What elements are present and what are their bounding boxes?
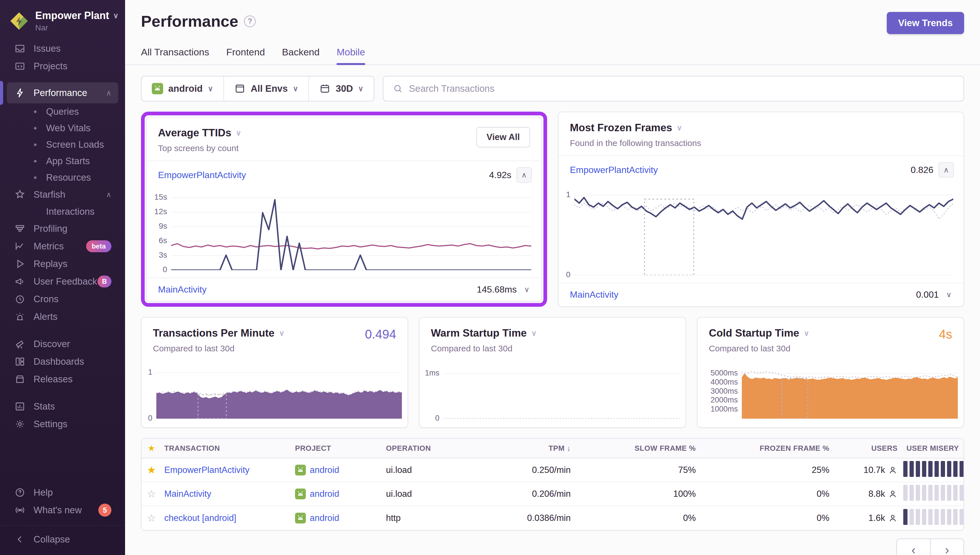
col-transaction[interactable]: TRANSACTION <box>161 444 292 453</box>
tpm-cell: 0.0386/min <box>480 513 574 523</box>
sidebar-item-issues[interactable]: Issues <box>7 40 118 58</box>
ttid-value: 4.92s <box>489 170 511 180</box>
sort-desc-icon: ↓ <box>567 444 571 452</box>
tab-backend[interactable]: Backend <box>282 47 320 64</box>
tpm-title[interactable]: Transactions Per Minute∨ <box>153 327 284 339</box>
chevron-up-icon: ∧ <box>106 88 111 98</box>
tab-bar: All Transactions Frontend Backend Mobile <box>141 47 964 64</box>
search-input[interactable] <box>409 83 954 94</box>
app-root: Empower Plant∨ Nar Issues Projects Perfo… <box>0 0 980 555</box>
chevron-up-icon: ∧ <box>106 190 111 199</box>
project-link[interactable]: android <box>310 465 339 475</box>
project-link[interactable]: android <box>310 489 339 499</box>
tab-frontend[interactable]: Frontend <box>226 47 265 64</box>
tpm-subtitle: Compared to last 30d <box>153 344 284 353</box>
projects-icon <box>14 60 26 72</box>
inbox-icon <box>14 42 26 55</box>
environment-filter[interactable]: All Envs∨ <box>223 76 308 101</box>
ttid-chart: 15s12s9s6s3s0 <box>147 191 531 270</box>
highlighted-region: Average TTIDs∨ Top screens by count View… <box>141 112 547 307</box>
page-filter-group: android∨ All Envs∨ 30D∨ <box>141 76 374 101</box>
col-frozen-frame[interactable]: FROZEN FRAME % <box>699 444 832 453</box>
tab-all-transactions[interactable]: All Transactions <box>141 47 209 64</box>
transaction-link[interactable]: MainActivity <box>164 489 211 499</box>
operation-cell: ui.load <box>383 489 480 499</box>
previous-page-button[interactable]: ‹ <box>896 539 930 555</box>
col-tpm-sorted[interactable]: TPM ↓ <box>480 444 574 453</box>
chevron-down-icon: ∨ <box>279 329 284 338</box>
tab-mobile[interactable]: Mobile <box>337 47 365 64</box>
whats-new-count-badge: 5 <box>98 504 111 517</box>
transaction-link[interactable]: checkout [android] <box>164 513 236 523</box>
collapse-chevron-button[interactable]: ∧ <box>516 167 532 183</box>
sidebar-item-resources[interactable]: •Resources <box>7 169 118 186</box>
help-tooltip-icon[interactable]: ? <box>244 15 256 27</box>
collapse-chevron-button[interactable]: ∧ <box>938 162 954 178</box>
transaction-link[interactable]: EmpowerPlantActivity <box>164 465 249 475</box>
org-logo-icon <box>9 11 29 31</box>
project-link[interactable]: android <box>310 513 339 523</box>
frozen-row-expanded: EmpowerPlantActivity 0.826 ∧ <box>559 156 964 184</box>
project-filter[interactable]: android∨ <box>141 76 223 101</box>
org-switcher[interactable]: Empower Plant∨ Nar <box>0 8 125 40</box>
col-slow-frame[interactable]: SLOW FRAME % <box>574 444 699 453</box>
sidebar-item-interactions[interactable]: Interactions <box>7 204 118 220</box>
calendar-icon <box>319 83 331 94</box>
row-star-toggle[interactable]: ★ <box>141 464 161 476</box>
expand-chevron-button[interactable]: ∨ <box>522 285 532 294</box>
ttid-value: 145.68ms <box>477 284 517 295</box>
sidebar-collapse-button[interactable]: Collapse <box>7 531 118 548</box>
table-row: ☆ MainActivity android ui.load 0.206/min… <box>141 482 964 506</box>
sidebar-item-help[interactable]: Help <box>7 484 118 501</box>
sidebar-item-metrics[interactable]: Metrics beta <box>7 237 118 255</box>
sidebar-item-releases[interactable]: Releases <box>7 371 118 388</box>
window-icon <box>234 83 246 94</box>
sidebar-item-screen-loads[interactable]: •Screen Loads <box>7 136 118 153</box>
expand-chevron-button[interactable]: ∨ <box>944 290 954 299</box>
transaction-link[interactable]: MainActivity <box>158 284 207 295</box>
org-subtitle: Nar <box>35 23 119 32</box>
sidebar-item-crons[interactable]: Crons <box>7 290 118 308</box>
cold-startup-title[interactable]: Cold Startup Time∨ <box>709 327 809 339</box>
average-ttids-title[interactable]: Average TTIDs∨ <box>158 127 241 139</box>
sidebar-item-profiling[interactable]: Profiling <box>7 220 118 237</box>
user-icon <box>888 465 898 475</box>
row-star-toggle[interactable]: ☆ <box>141 488 161 500</box>
sidebar-item-dashboards[interactable]: Dashboards <box>7 353 118 371</box>
sidebar-item-performance[interactable]: Performance ∧ <box>7 82 118 103</box>
metrics-icon <box>14 240 26 252</box>
next-page-button[interactable]: › <box>930 539 964 555</box>
sidebar-item-queries[interactable]: •Queries <box>7 103 118 120</box>
sidebar-item-settings[interactable]: Settings <box>7 415 118 433</box>
warm-startup-chart: 1ms0 <box>419 368 680 419</box>
transaction-link[interactable]: EmpowerPlantActivity <box>570 165 658 175</box>
col-users[interactable]: USERS <box>832 444 900 453</box>
transaction-link[interactable]: EmpowerPlantActivity <box>158 170 246 180</box>
sidebar-item-whats-new[interactable]: What's new 5 <box>7 501 118 519</box>
view-trends-button[interactable]: View Trends <box>887 12 964 34</box>
transaction-link[interactable]: MainActivity <box>570 289 619 300</box>
frozen-frames-title[interactable]: Most Frozen Frames∨ <box>570 122 701 134</box>
frozen-frame-cell: 0% <box>699 489 832 499</box>
sidebar-item-projects[interactable]: Projects <box>7 58 118 75</box>
cold-startup-value: 4s <box>939 327 952 342</box>
sidebar-item-app-starts[interactable]: •App Starts <box>7 153 118 169</box>
date-range-filter[interactable]: 30D∨ <box>308 76 374 101</box>
sidebar-item-web-vitals[interactable]: •Web Vitals <box>7 120 118 136</box>
sidebar-item-replays[interactable]: Replays <box>7 255 118 273</box>
row-star-toggle[interactable]: ☆ <box>141 512 161 524</box>
view-all-button[interactable]: View All <box>476 127 530 148</box>
col-project: PROJECT <box>292 444 383 453</box>
frozen-value: 0.001 <box>916 289 939 300</box>
users-count: 1.6k <box>868 513 885 523</box>
tpm-cell: 0.206/min <box>480 489 574 499</box>
operation-cell: ui.load <box>383 465 480 475</box>
sidebar-item-alerts[interactable]: Alerts <box>7 308 118 326</box>
sidebar-item-discover[interactable]: Discover <box>7 335 118 353</box>
sidebar-item-starfish[interactable]: Starfish ∧ <box>7 186 118 204</box>
user-misery-gauge <box>903 485 964 501</box>
frozen-frames-chart: 10 <box>559 186 953 275</box>
sidebar-item-stats[interactable]: Stats <box>7 398 118 415</box>
warm-startup-title[interactable]: Warm Startup Time∨ <box>431 327 537 339</box>
sidebar-item-user-feedback[interactable]: User Feedback B <box>7 273 118 290</box>
